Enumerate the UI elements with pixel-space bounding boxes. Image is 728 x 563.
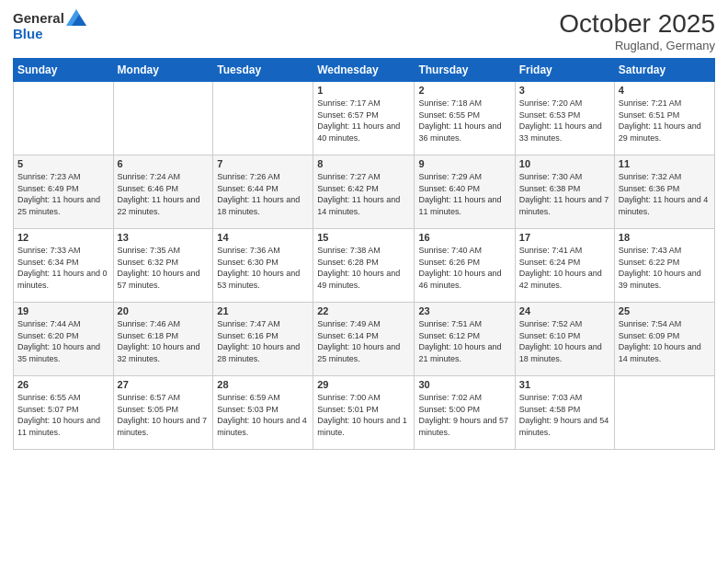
day-number: 26 (17, 379, 109, 390)
day-cell: 17Sunrise: 7:41 AMSunset: 6:24 PMDayligh… (515, 229, 614, 303)
day-cell: 15Sunrise: 7:38 AMSunset: 6:28 PMDayligh… (313, 229, 415, 303)
day-cell: 12Sunrise: 7:33 AMSunset: 6:34 PMDayligh… (14, 229, 114, 303)
day-number: 1 (317, 85, 410, 96)
day-cell: 16Sunrise: 7:40 AMSunset: 6:26 PMDayligh… (415, 229, 515, 303)
day-cell: 24Sunrise: 7:52 AMSunset: 6:10 PMDayligh… (515, 303, 614, 376)
location: Rugland, Germany (559, 39, 715, 52)
day-cell: 13Sunrise: 7:35 AMSunset: 6:32 PMDayligh… (113, 229, 213, 303)
day-number: 21 (217, 305, 309, 316)
weekday-header-sunday: Sunday (14, 59, 114, 82)
day-number: 8 (317, 158, 410, 169)
day-info: Sunrise: 7:40 AMSunset: 6:26 PMDaylight:… (418, 245, 510, 291)
week-row-2: 5Sunrise: 7:23 AMSunset: 6:49 PMDaylight… (14, 155, 715, 229)
day-number: 25 (619, 305, 711, 316)
day-cell: 11Sunrise: 7:32 AMSunset: 6:36 PMDayligh… (614, 155, 714, 229)
day-info: Sunrise: 7:52 AMSunset: 6:10 PMDaylight:… (519, 318, 610, 364)
month-title: October 2025 (559, 9, 715, 39)
day-cell: 14Sunrise: 7:36 AMSunset: 6:30 PMDayligh… (213, 229, 313, 303)
day-cell: 27Sunrise: 6:57 AMSunset: 5:05 PMDayligh… (113, 376, 213, 450)
day-number: 6 (118, 158, 210, 169)
day-cell: 26Sunrise: 6:55 AMSunset: 5:07 PMDayligh… (14, 376, 114, 450)
day-info: Sunrise: 7:49 AMSunset: 6:14 PMDaylight:… (317, 318, 410, 364)
day-cell: 4Sunrise: 7:21 AMSunset: 6:51 PMDaylight… (614, 82, 714, 155)
weekday-header-friday: Friday (515, 59, 614, 82)
weekday-header-thursday: Thursday (415, 59, 515, 82)
week-row-4: 19Sunrise: 7:44 AMSunset: 6:20 PMDayligh… (14, 303, 715, 376)
header: General Blue October 2025 Rugland, Germa… (13, 9, 715, 52)
day-info: Sunrise: 7:21 AMSunset: 6:51 PMDaylight:… (619, 98, 711, 144)
day-info: Sunrise: 6:55 AMSunset: 5:07 PMDaylight:… (17, 392, 109, 438)
day-info: Sunrise: 7:44 AMSunset: 6:20 PMDaylight:… (17, 318, 109, 364)
day-number: 20 (118, 305, 210, 316)
week-row-3: 12Sunrise: 7:33 AMSunset: 6:34 PMDayligh… (14, 229, 715, 303)
day-number: 12 (17, 232, 109, 243)
day-cell: 25Sunrise: 7:54 AMSunset: 6:09 PMDayligh… (614, 303, 714, 376)
day-info: Sunrise: 6:57 AMSunset: 5:05 PMDaylight:… (118, 392, 210, 438)
day-info: Sunrise: 7:26 AMSunset: 6:44 PMDaylight:… (217, 171, 309, 217)
day-cell (113, 82, 213, 155)
day-cell (14, 82, 114, 155)
day-info: Sunrise: 7:27 AMSunset: 6:42 PMDaylight:… (317, 171, 410, 217)
day-info: Sunrise: 6:59 AMSunset: 5:03 PMDaylight:… (217, 392, 309, 438)
day-info: Sunrise: 7:36 AMSunset: 6:30 PMDaylight:… (217, 245, 309, 291)
weekday-header-row: SundayMondayTuesdayWednesdayThursdayFrid… (14, 59, 715, 82)
day-number: 16 (418, 232, 510, 243)
calendar-page: General Blue October 2025 Rugland, Germa… (0, 0, 728, 563)
day-info: Sunrise: 7:38 AMSunset: 6:28 PMDaylight:… (317, 245, 410, 291)
day-cell: 19Sunrise: 7:44 AMSunset: 6:20 PMDayligh… (14, 303, 114, 376)
day-info: Sunrise: 7:32 AMSunset: 6:36 PMDaylight:… (619, 171, 711, 217)
week-row-5: 26Sunrise: 6:55 AMSunset: 5:07 PMDayligh… (14, 376, 715, 450)
day-number: 14 (217, 232, 309, 243)
day-cell: 28Sunrise: 6:59 AMSunset: 5:03 PMDayligh… (213, 376, 313, 450)
day-number: 15 (317, 232, 410, 243)
day-info: Sunrise: 7:46 AMSunset: 6:18 PMDaylight:… (118, 318, 210, 364)
day-number: 23 (418, 305, 510, 316)
calendar-table: SundayMondayTuesdayWednesdayThursdayFrid… (13, 58, 715, 450)
day-cell: 3Sunrise: 7:20 AMSunset: 6:53 PMDaylight… (515, 82, 614, 155)
day-number: 19 (17, 305, 109, 316)
weekday-header-wednesday: Wednesday (313, 59, 415, 82)
day-number: 2 (418, 85, 510, 96)
day-info: Sunrise: 7:41 AMSunset: 6:24 PMDaylight:… (519, 245, 610, 291)
logo-blue-text: Blue (13, 26, 86, 41)
day-cell: 8Sunrise: 7:27 AMSunset: 6:42 PMDaylight… (313, 155, 415, 229)
day-cell (614, 376, 714, 450)
day-cell: 5Sunrise: 7:23 AMSunset: 6:49 PMDaylight… (14, 155, 114, 229)
day-number: 29 (317, 379, 410, 390)
day-info: Sunrise: 7:20 AMSunset: 6:53 PMDaylight:… (519, 98, 610, 144)
day-info: Sunrise: 7:35 AMSunset: 6:32 PMDaylight:… (118, 245, 210, 291)
day-cell: 21Sunrise: 7:47 AMSunset: 6:16 PMDayligh… (213, 303, 313, 376)
logo: General Blue (13, 9, 86, 41)
day-info: Sunrise: 7:30 AMSunset: 6:38 PMDaylight:… (519, 171, 610, 217)
day-cell: 20Sunrise: 7:46 AMSunset: 6:18 PMDayligh… (113, 303, 213, 376)
weekday-header-tuesday: Tuesday (213, 59, 313, 82)
day-cell: 1Sunrise: 7:17 AMSunset: 6:57 PMDaylight… (313, 82, 415, 155)
day-number: 30 (418, 379, 510, 390)
weekday-header-monday: Monday (113, 59, 213, 82)
day-cell: 18Sunrise: 7:43 AMSunset: 6:22 PMDayligh… (614, 229, 714, 303)
day-info: Sunrise: 7:18 AMSunset: 6:55 PMDaylight:… (418, 98, 510, 144)
day-number: 5 (17, 158, 109, 169)
day-number: 11 (619, 158, 711, 169)
day-info: Sunrise: 7:17 AMSunset: 6:57 PMDaylight:… (317, 98, 410, 144)
day-number: 9 (418, 158, 510, 169)
day-info: Sunrise: 7:51 AMSunset: 6:12 PMDaylight:… (418, 318, 510, 364)
day-cell: 30Sunrise: 7:02 AMSunset: 5:00 PMDayligh… (415, 376, 515, 450)
day-cell: 29Sunrise: 7:00 AMSunset: 5:01 PMDayligh… (313, 376, 415, 450)
day-cell: 23Sunrise: 7:51 AMSunset: 6:12 PMDayligh… (415, 303, 515, 376)
day-number: 17 (519, 232, 610, 243)
day-info: Sunrise: 7:47 AMSunset: 6:16 PMDaylight:… (217, 318, 309, 364)
day-number: 18 (619, 232, 711, 243)
logo-icon (66, 9, 86, 26)
day-number: 4 (619, 85, 711, 96)
day-info: Sunrise: 7:02 AMSunset: 5:00 PMDaylight:… (418, 392, 510, 438)
day-number: 27 (118, 379, 210, 390)
day-cell (213, 82, 313, 155)
day-number: 31 (519, 379, 610, 390)
day-info: Sunrise: 7:54 AMSunset: 6:09 PMDaylight:… (619, 318, 711, 364)
day-cell: 31Sunrise: 7:03 AMSunset: 4:58 PMDayligh… (515, 376, 614, 450)
day-number: 13 (118, 232, 210, 243)
title-block: October 2025 Rugland, Germany (559, 9, 715, 52)
day-info: Sunrise: 7:33 AMSunset: 6:34 PMDaylight:… (17, 245, 109, 291)
day-cell: 6Sunrise: 7:24 AMSunset: 6:46 PMDaylight… (113, 155, 213, 229)
